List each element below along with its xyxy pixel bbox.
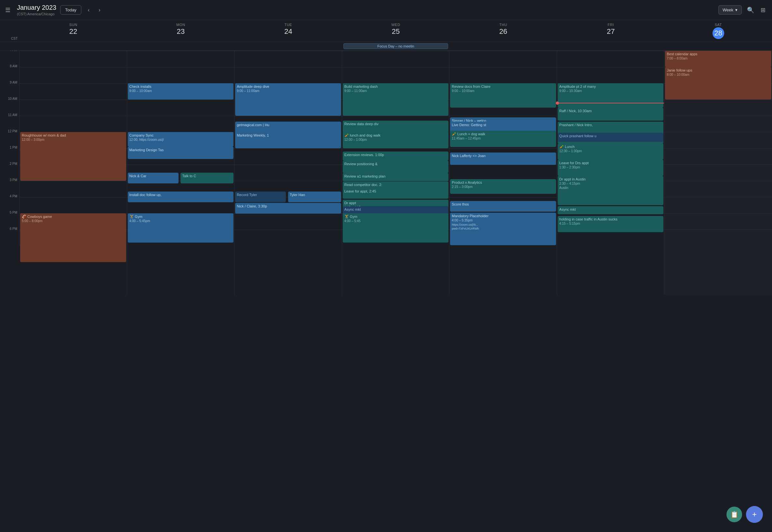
- event-lunch-dog-walk-thu[interactable]: 🥕 Lunch + dog walk 11:45am – 12:45pm: [450, 131, 556, 147]
- time-column: 7 AM 8 AM 9 AM 10 AM 11 AM 12 PM 1 PM 2 …: [0, 51, 20, 295]
- event-roughhouse[interactable]: Roughhouse w/ mom & dad 12:00 – 3:00pm: [20, 132, 126, 181]
- event-leave-drs[interactable]: Leave for Drs appt 1:30 – 2:30pm: [558, 160, 664, 176]
- event-holding-traffic[interactable]: holding in case traffic in Austin sucks …: [558, 216, 664, 232]
- month-info: January 2023 (CST) America/Chicago: [17, 4, 56, 16]
- day-col-sun: Roughhouse w/ mom & dad 12:00 – 3:00pm 🏈…: [20, 51, 127, 295]
- event-review-a1-marketing[interactable]: Review a1 marketing plan: [343, 173, 449, 181]
- event-cowboys-game[interactable]: 🏈 Cowboys game 5:00 – 8:00pm: [20, 213, 126, 262]
- event-quick-prashant[interactable]: Quick prashant follow u: [558, 133, 664, 142]
- day-header-sat: SAT 28: [664, 20, 772, 42]
- event-tyler-han[interactable]: Tyler Han: [288, 192, 341, 202]
- day-col-fri: Amplitude pt 2 of many 9:00 – 10:30am Ra…: [557, 51, 665, 295]
- event-review-data-deep-div[interactable]: Review data deep div: [343, 121, 449, 133]
- today-button[interactable]: Today: [60, 5, 81, 15]
- view-selector[interactable]: Week ▾: [718, 5, 742, 15]
- event-extension-reviews[interactable]: Extension reviews. 1:00p: [343, 152, 449, 161]
- event-review-docs-claire[interactable]: Review docs from Claire 9:00 – 10:00am: [450, 83, 556, 108]
- event-async-mkt-fri[interactable]: Async mkt: [558, 206, 664, 214]
- event-record-tyler[interactable]: Record Tyler: [235, 192, 286, 202]
- day-header-tue: TUE 24: [234, 20, 342, 42]
- calendar: CST SUN 22 MON 23 TUE 24 WED 25 THU 26 F…: [0, 20, 772, 532]
- next-nav-button[interactable]: ›: [96, 6, 103, 14]
- event-janie-follow-ups[interactable]: Janie follow ups 8:00 – 10:00am: [665, 67, 771, 100]
- event-raff-nick[interactable]: Raff / Nick, 10:30am: [558, 108, 664, 121]
- event-build-marketing-dash[interactable]: Build marketing dash 9:00 – 11:00am: [343, 83, 449, 116]
- fab-primary-button[interactable]: +: [746, 506, 763, 523]
- event-talk-c[interactable]: Talk to C: [180, 173, 233, 183]
- day-col-mon: Check installs 9:00 – 10:00am Company Sy…: [127, 51, 235, 295]
- day-header-sun: SUN 22: [20, 20, 127, 42]
- event-best-calendar-apps[interactable]: Best calendar apps 7:00 – 8:00am: [665, 51, 771, 67]
- event-nick-car[interactable]: Nick & Car: [128, 173, 179, 183]
- event-dr-appt-austin[interactable]: Dr appt in Austin 2:30 – 4:15pm Austin: [558, 176, 664, 205]
- search-icon[interactable]: 🔍: [746, 5, 755, 15]
- event-check-installs[interactable]: Check installs 9:00 – 10:00am: [128, 83, 234, 100]
- focus-day-banner: Focus Day – no meetin: [343, 43, 448, 49]
- event-amplitude-pt2[interactable]: Amplitude pt 2 of many 9:00 – 10:30am: [558, 83, 664, 108]
- event-marketing-weekly[interactable]: Marketing Weekly, 1: [235, 132, 341, 148]
- event-lunch-fri[interactable]: 🥕 Lunch 12:30 – 1:30pm: [558, 143, 664, 160]
- day-header-wed: WED 25: [342, 20, 450, 42]
- event-gym-wed[interactable]: 🏋 Gym 4:00 – 5:45: [343, 213, 449, 243]
- day-col-thu: Review docs from Claire 9:00 – 10:00am S…: [449, 51, 557, 295]
- event-company-sync[interactable]: Company Sync 12:00, https://zoom.us/j/: [128, 132, 234, 147]
- hamburger-icon[interactable]: ☰: [5, 7, 10, 14]
- event-product-analytics[interactable]: Product x Analytics 2:15 – 3:00pm: [450, 179, 556, 194]
- day-header-thu: THU 26: [449, 20, 557, 42]
- scroll-area[interactable]: 7 AM 8 AM 9 AM 10 AM 11 AM 12 PM 1 PM 2 …: [0, 51, 772, 532]
- day-col-sat: Best calendar apps 7:00 – 8:00am Janie f…: [664, 51, 772, 295]
- prev-nav-button[interactable]: ‹: [85, 6, 92, 14]
- event-install-doc-follow[interactable]: Install doc follow up,: [128, 192, 234, 202]
- event-gym-mon[interactable]: 🏋 Gym 4:00 – 5:45pm: [128, 213, 234, 243]
- day-header-mon: MON 23: [127, 20, 235, 42]
- event-score-thos[interactable]: Score thos: [450, 201, 556, 212]
- day-col-tue: Amplitude deep dive 9:00 – 11:00am getma…: [234, 51, 342, 295]
- header: ☰ January 2023 (CST) America/Chicago Tod…: [0, 0, 772, 20]
- event-marketing-design[interactable]: Marketing Design Tas: [128, 147, 234, 159]
- day-header-fri: FRI 27: [557, 20, 665, 42]
- event-mandatory-placeholder[interactable]: Mandatory Placeholder 4:00 – 5:35pm http…: [450, 213, 556, 245]
- timezone-col-label: CST: [0, 20, 20, 42]
- time-grid: 7 AM 8 AM 9 AM 10 AM 11 AM 12 PM 1 PM 2 …: [0, 51, 772, 295]
- event-nick-lafferty[interactable]: Nick Lafferty <> Joan: [450, 153, 556, 165]
- event-review-positioning[interactable]: Review positioning &: [343, 161, 449, 173]
- event-nick-claire[interactable]: Nick / Claire, 3:30p: [235, 203, 341, 214]
- fab-secondary-button[interactable]: 📋: [726, 507, 742, 522]
- day-col-wed: Build marketing dash 9:00 – 11:00am Revi…: [342, 51, 450, 295]
- day-headers: CST SUN 22 MON 23 TUE 24 WED 25 THU 26 F…: [0, 20, 772, 42]
- event-leave-appt[interactable]: Leave for appt, 2:45: [343, 188, 449, 199]
- layout-icon[interactable]: ⊞: [759, 5, 767, 15]
- fab-area: 📋 +: [726, 506, 763, 523]
- event-lunch-dog-walk-wed[interactable]: 🥕 lunch and dog walk 12:00 – 1:00pm: [343, 132, 449, 148]
- month-title: January 2023: [17, 4, 56, 11]
- timezone-label: (CST) America/Chicago: [17, 12, 56, 16]
- event-amplitude-deep-dive[interactable]: Amplitude deep dive 9:00 – 11:00am: [235, 83, 341, 116]
